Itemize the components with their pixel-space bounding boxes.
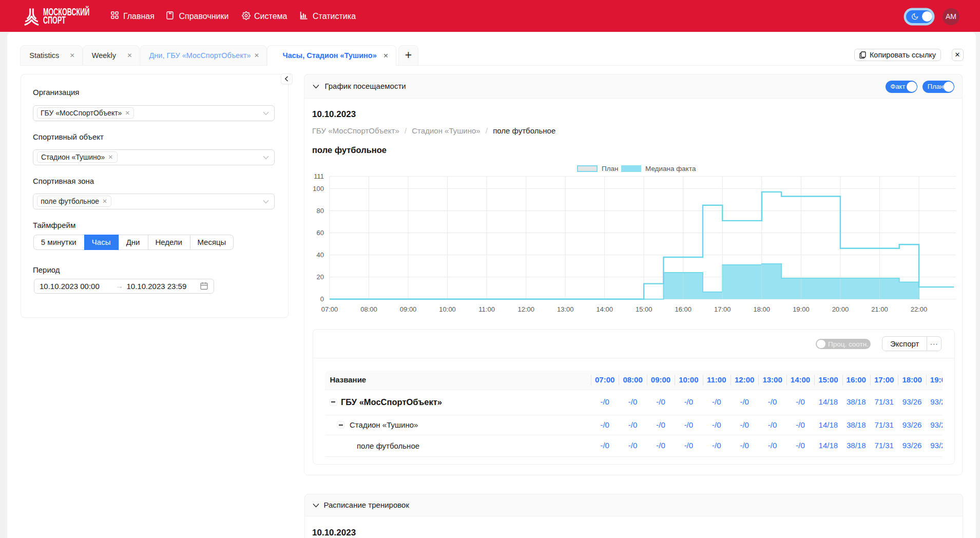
svg-text:08:00: 08:00: [360, 305, 377, 313]
svg-text:07:00: 07:00: [321, 305, 338, 313]
svg-text:15:00: 15:00: [636, 305, 652, 313]
svg-text:18:00: 18:00: [754, 305, 771, 313]
svg-text:40: 40: [317, 251, 324, 259]
svg-text:21:00: 21:00: [871, 305, 888, 313]
svg-text:100: 100: [313, 185, 324, 193]
svg-text:20: 20: [317, 273, 324, 281]
svg-text:11:00: 11:00: [478, 305, 495, 313]
svg-text:17:00: 17:00: [714, 305, 731, 313]
svg-text:111: 111: [314, 172, 324, 180]
svg-text:13:00: 13:00: [557, 305, 574, 313]
svg-text:22:00: 22:00: [911, 305, 928, 313]
svg-text:20:00: 20:00: [832, 305, 849, 313]
svg-text:12:00: 12:00: [517, 305, 534, 313]
svg-text:60: 60: [317, 229, 324, 237]
svg-text:19:00: 19:00: [793, 305, 810, 313]
svg-text:09:00: 09:00: [400, 305, 417, 313]
svg-text:0: 0: [320, 295, 324, 303]
svg-text:14:00: 14:00: [596, 305, 613, 313]
svg-text:16:00: 16:00: [675, 305, 692, 313]
svg-text:80: 80: [317, 207, 324, 215]
svg-text:10:00: 10:00: [439, 305, 456, 313]
